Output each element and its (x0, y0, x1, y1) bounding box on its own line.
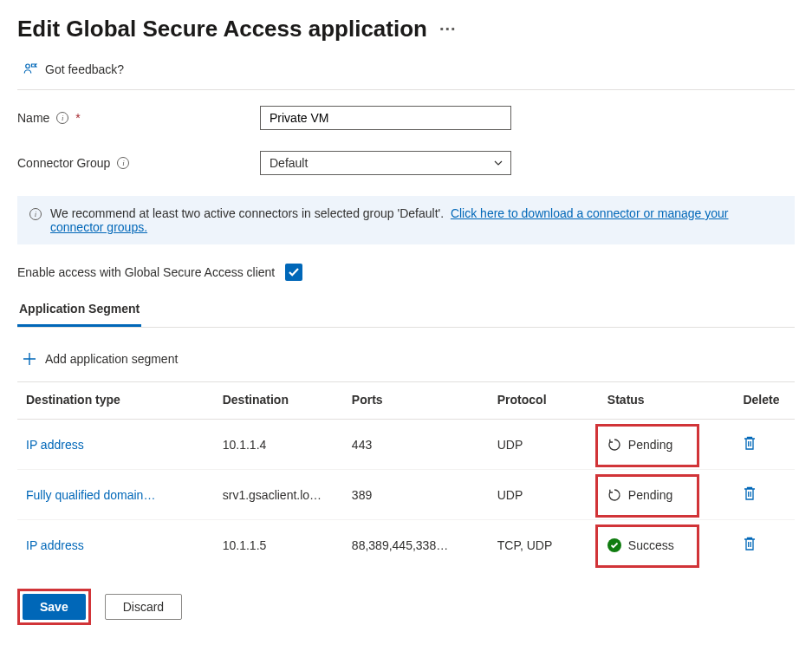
col-status: Status (599, 382, 735, 420)
col-ports: Ports (343, 382, 489, 420)
protocol-value: TCP, UDP (497, 538, 553, 552)
feedback-text: Got feedback? (45, 62, 124, 76)
status-text: Pending (628, 438, 672, 452)
protocol-value: UDP (497, 488, 523, 502)
delete-icon[interactable] (743, 485, 757, 501)
enable-access-label: Enable access with Global Secure Access … (17, 265, 275, 279)
info-icon[interactable]: i (117, 157, 129, 169)
status-text: Success (628, 538, 674, 552)
connector-group-select[interactable]: Default (260, 151, 511, 175)
name-row: Name i * (17, 106, 795, 130)
name-label-text: Name (17, 111, 49, 125)
connector-row: Connector Group i Default (17, 151, 795, 175)
pending-icon (607, 488, 621, 502)
required-indicator: * (75, 111, 80, 125)
col-destination-type: Destination type (17, 382, 214, 420)
page-title-text: Edit Global Secure Access application (17, 16, 427, 42)
destination-value: srv1.gsaclient.lo… (223, 488, 335, 502)
save-highlight: Save (17, 589, 91, 625)
chevron-down-icon (493, 158, 503, 168)
success-icon (607, 538, 621, 552)
delete-icon[interactable] (743, 536, 757, 551)
destination-value: 10.1.1.5 (223, 538, 335, 552)
status-text: Pending (628, 488, 672, 502)
feedback-link[interactable]: Got feedback? (17, 55, 795, 90)
destination-type-link[interactable]: IP address (26, 538, 156, 552)
connector-label: Connector Group i (17, 156, 260, 170)
save-button[interactable]: Save (23, 594, 86, 620)
ports-value: 389 (352, 488, 480, 502)
tab-strip: Application Segment (17, 296, 795, 328)
enable-access-row: Enable access with Global Secure Access … (17, 264, 795, 281)
segments-table: Destination type Destination Ports Proto… (17, 381, 795, 570)
destination-value: 10.1.1.4 (223, 438, 335, 452)
enable-access-checkbox[interactable] (285, 264, 302, 281)
tab-application-segment[interactable]: Application Segment (17, 296, 141, 327)
table-row: IP address10.1.1.4443UDPPending (17, 420, 795, 470)
svg-point-0 (26, 64, 30, 68)
name-label: Name i * (17, 111, 260, 125)
status-cell: Pending (607, 488, 726, 502)
pending-icon (607, 438, 621, 452)
destination-type-link[interactable]: Fully qualified domain n… (26, 488, 156, 502)
col-destination: Destination (214, 382, 343, 420)
more-icon[interactable]: ··· (439, 19, 457, 39)
add-application-segment-button[interactable]: Add application segment (17, 347, 795, 381)
info-icon[interactable]: i (56, 112, 68, 124)
banner-text: We recommend at least two active connect… (50, 206, 783, 234)
plus-icon (23, 352, 36, 366)
name-input[interactable] (260, 106, 511, 130)
feedback-icon (23, 62, 38, 77)
ports-value: 88,389,445,338… (352, 538, 480, 552)
status-cell: Success (607, 538, 726, 552)
check-icon (288, 266, 300, 278)
info-icon: i (29, 208, 42, 220)
ports-value: 443 (352, 438, 480, 452)
footer-buttons: Save Discard (17, 570, 795, 625)
col-protocol: Protocol (489, 382, 599, 420)
status-cell: Pending (607, 438, 726, 452)
page-title: Edit Global Secure Access application ··… (17, 16, 795, 42)
banner-message: We recommend at least two active connect… (50, 206, 444, 220)
connector-value: Default (270, 156, 308, 170)
connector-label-text: Connector Group (17, 156, 110, 170)
protocol-value: UDP (497, 438, 523, 452)
recommendation-banner: i We recommend at least two active conne… (17, 196, 795, 244)
add-segment-label: Add application segment (45, 352, 178, 366)
discard-button[interactable]: Discard (105, 594, 182, 620)
table-row: Fully qualified domain n…srv1.gsaclient.… (17, 470, 795, 520)
table-row: IP address10.1.1.588,389,445,338…TCP, UD… (17, 520, 795, 570)
col-delete: Delete (734, 382, 795, 420)
destination-type-link[interactable]: IP address (26, 438, 156, 452)
delete-icon[interactable] (743, 435, 757, 451)
